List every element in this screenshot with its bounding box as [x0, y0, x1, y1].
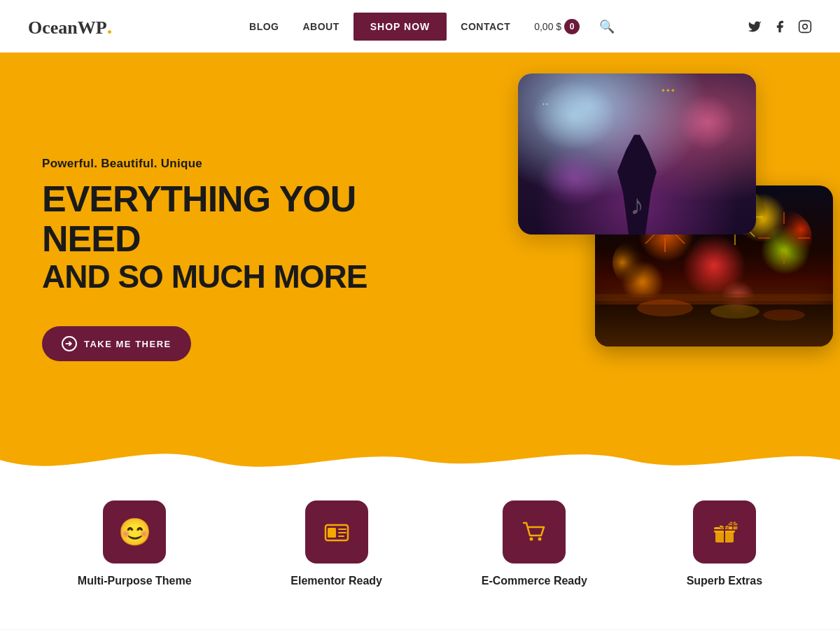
cta-circle-icon: ➔ — [62, 336, 77, 351]
cart-badge: 0 — [564, 19, 580, 34]
features-section: 😊 Multi-Purpose Theme Elementor Ready E-… — [0, 479, 840, 629]
svg-point-6 — [612, 238, 662, 287]
svg-rect-31 — [328, 528, 336, 538]
feature-label-ecommerce: E-Commerce Ready — [482, 575, 587, 587]
svg-point-35 — [530, 538, 533, 541]
feature-label-multipurpose: Multi-Purpose Theme — [78, 575, 192, 587]
feature-label-extras: Superb Extras — [687, 575, 762, 587]
hero-content: Powerful. Beautiful. Unique EVERYTHING Y… — [42, 157, 427, 362]
feature-icon-elementor — [305, 500, 368, 564]
svg-point-29 — [763, 309, 805, 321]
svg-rect-25 — [595, 298, 833, 346]
nav-blog[interactable]: BLOG — [239, 15, 288, 38]
nav-contact[interactable]: CONTACT — [451, 15, 520, 38]
svg-point-28 — [710, 304, 760, 318]
svg-rect-26 — [595, 294, 833, 301]
site-header: OceanWP. BLOG ABOUT SHOP NOW CONTACT 0,0… — [0, 0, 840, 52]
svg-point-36 — [538, 538, 542, 541]
hero-title-line1: EVERYTHING YOU NEED — [42, 179, 427, 259]
hero-title: EVERYTHING YOU NEED AND SO MUCH MORE — [42, 179, 427, 295]
feature-multipurpose: 😊 Multi-Purpose Theme — [78, 500, 192, 587]
feature-icon-extras — [693, 500, 756, 564]
hero-subtitle: Powerful. Beautiful. Unique — [42, 157, 427, 171]
shop-now-button[interactable]: SHOP NOW — [354, 13, 447, 41]
hero-wave — [0, 432, 840, 479]
feature-elementor: Elementor Ready — [290, 500, 382, 587]
hero-title-line2: AND SO MUCH MORE — [42, 259, 427, 295]
main-nav: BLOG ABOUT SHOP NOW CONTACT 0,00 $ 0 🔍 — [239, 13, 620, 41]
social-icons — [748, 20, 812, 34]
feature-label-elementor: Elementor Ready — [290, 575, 382, 587]
svg-rect-0 — [799, 20, 811, 32]
hero-images: ✦✦✦ ✦✦ — [476, 74, 840, 465]
cta-label: TAKE ME THERE — [84, 339, 172, 349]
take-me-there-button[interactable]: ➔ TAKE ME THERE — [42, 326, 191, 361]
hero-image-concert: ✦✦✦ ✦✦ — [518, 74, 756, 234]
feature-icon-ecommerce — [503, 500, 566, 564]
facebook-icon[interactable] — [773, 20, 787, 34]
cart-price: 0,00 $ — [534, 21, 561, 32]
cart-widget[interactable]: 0,00 $ 0 — [524, 13, 589, 40]
logo[interactable]: OceanWP. — [28, 15, 112, 38]
nav-about[interactable]: ABOUT — [293, 15, 349, 38]
svg-point-27 — [637, 300, 693, 316]
search-icon[interactable]: 🔍 — [594, 13, 620, 40]
feature-extras: Superb Extras — [687, 500, 762, 587]
hero-section: Powerful. Beautiful. Unique EVERYTHING Y… — [0, 52, 840, 479]
twitter-icon[interactable] — [748, 20, 762, 34]
instagram-icon[interactable] — [798, 20, 812, 34]
feature-icon-multipurpose: 😊 — [103, 500, 166, 564]
feature-ecommerce: E-Commerce Ready — [482, 500, 587, 587]
